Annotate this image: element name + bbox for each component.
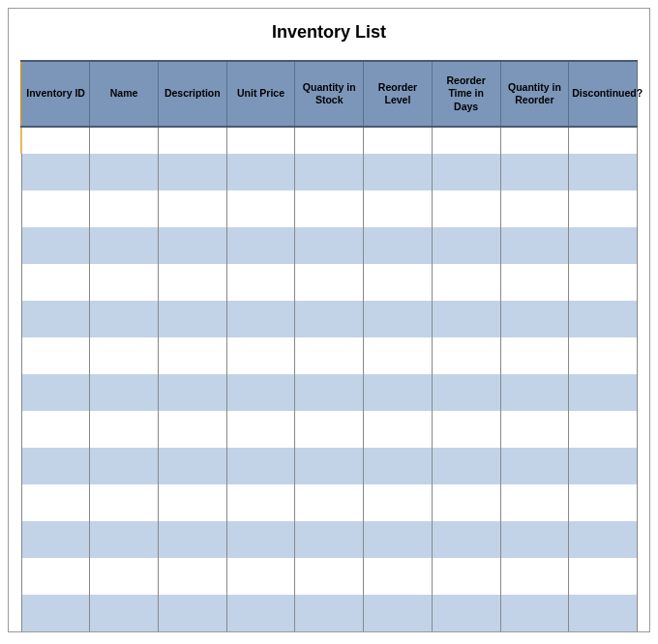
table-cell[interactable] — [21, 411, 90, 448]
table-cell[interactable] — [158, 337, 226, 374]
table-cell[interactable] — [295, 190, 364, 227]
table-cell[interactable] — [21, 521, 90, 558]
table-cell[interactable] — [90, 127, 159, 154]
table-cell[interactable] — [21, 484, 90, 521]
table-cell[interactable] — [158, 411, 226, 448]
table-cell[interactable] — [90, 595, 159, 631]
table-cell[interactable] — [569, 127, 638, 154]
table-cell[interactable] — [432, 154, 500, 190]
table-cell[interactable] — [432, 558, 500, 595]
table-cell[interactable] — [295, 374, 364, 411]
table-cell[interactable] — [295, 448, 364, 484]
table-cell[interactable] — [21, 337, 90, 374]
table-cell[interactable] — [569, 484, 638, 521]
table-cell[interactable] — [226, 521, 295, 558]
table-cell[interactable] — [295, 484, 364, 521]
table-cell[interactable] — [158, 484, 226, 521]
table-cell[interactable] — [432, 484, 500, 521]
table-cell[interactable] — [295, 227, 364, 264]
table-cell[interactable] — [158, 448, 226, 484]
table-cell[interactable] — [226, 448, 295, 484]
table-cell[interactable] — [500, 227, 569, 264]
table-cell[interactable] — [500, 595, 569, 631]
table-cell[interactable] — [21, 127, 90, 154]
table-cell[interactable] — [295, 127, 364, 154]
table-cell[interactable] — [158, 154, 226, 190]
table-cell[interactable] — [226, 190, 295, 227]
table-cell[interactable] — [158, 127, 226, 154]
table-cell[interactable] — [569, 448, 638, 484]
table-cell[interactable] — [569, 227, 638, 264]
table-cell[interactable] — [569, 337, 638, 374]
table-cell[interactable] — [500, 127, 569, 154]
table-cell[interactable] — [90, 301, 159, 337]
table-cell[interactable] — [569, 595, 638, 631]
table-cell[interactable] — [90, 154, 159, 190]
table-cell[interactable] — [158, 521, 226, 558]
table-cell[interactable] — [226, 301, 295, 337]
table-cell[interactable] — [226, 154, 295, 190]
table-cell[interactable] — [500, 264, 569, 301]
table-cell[interactable] — [226, 337, 295, 374]
table-cell[interactable] — [569, 264, 638, 301]
table-cell[interactable] — [90, 448, 159, 484]
table-cell[interactable] — [500, 411, 569, 448]
table-cell[interactable] — [90, 374, 159, 411]
table-cell[interactable] — [364, 190, 433, 227]
table-cell[interactable] — [295, 301, 364, 337]
table-cell[interactable] — [364, 448, 433, 484]
table-cell[interactable] — [21, 190, 90, 227]
table-cell[interactable] — [569, 521, 638, 558]
table-cell[interactable] — [500, 337, 569, 374]
table-cell[interactable] — [226, 264, 295, 301]
table-cell[interactable] — [364, 264, 433, 301]
table-cell[interactable] — [500, 558, 569, 595]
table-cell[interactable] — [90, 227, 159, 264]
table-cell[interactable] — [432, 301, 500, 337]
table-cell[interactable] — [500, 374, 569, 411]
table-cell[interactable] — [432, 337, 500, 374]
table-cell[interactable] — [500, 154, 569, 190]
table-cell[interactable] — [226, 227, 295, 264]
table-cell[interactable] — [432, 227, 500, 264]
table-cell[interactable] — [158, 558, 226, 595]
table-cell[interactable] — [569, 301, 638, 337]
table-cell[interactable] — [158, 595, 226, 631]
table-cell[interactable] — [295, 154, 364, 190]
table-cell[interactable] — [432, 190, 500, 227]
table-cell[interactable] — [500, 301, 569, 337]
table-cell[interactable] — [364, 484, 433, 521]
table-cell[interactable] — [90, 190, 159, 227]
table-cell[interactable] — [90, 484, 159, 521]
table-cell[interactable] — [295, 411, 364, 448]
table-cell[interactable] — [226, 484, 295, 521]
table-cell[interactable] — [295, 337, 364, 374]
table-cell[interactable] — [21, 301, 90, 337]
table-cell[interactable] — [569, 374, 638, 411]
table-cell[interactable] — [500, 190, 569, 227]
table-cell[interactable] — [295, 521, 364, 558]
table-cell[interactable] — [500, 521, 569, 558]
table-cell[interactable] — [158, 374, 226, 411]
table-cell[interactable] — [364, 595, 433, 631]
table-cell[interactable] — [90, 337, 159, 374]
table-cell[interactable] — [432, 374, 500, 411]
table-cell[interactable] — [21, 227, 90, 264]
table-cell[interactable] — [364, 227, 433, 264]
table-cell[interactable] — [21, 154, 90, 190]
table-cell[interactable] — [364, 558, 433, 595]
table-cell[interactable] — [432, 127, 500, 154]
table-cell[interactable] — [226, 595, 295, 631]
table-cell[interactable] — [226, 411, 295, 448]
table-cell[interactable] — [364, 154, 433, 190]
table-cell[interactable] — [364, 374, 433, 411]
table-cell[interactable] — [500, 484, 569, 521]
table-cell[interactable] — [21, 595, 90, 631]
table-cell[interactable] — [90, 558, 159, 595]
table-cell[interactable] — [21, 264, 90, 301]
table-cell[interactable] — [432, 448, 500, 484]
table-cell[interactable] — [432, 595, 500, 631]
table-cell[interactable] — [21, 448, 90, 484]
table-cell[interactable] — [158, 264, 226, 301]
table-cell[interactable] — [226, 127, 295, 154]
